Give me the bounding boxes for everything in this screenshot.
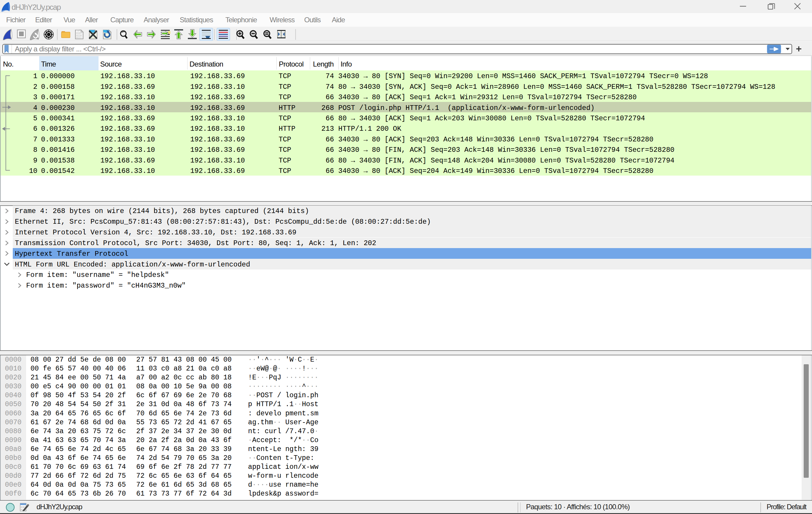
svg-text:0111: 0111 — [76, 36, 82, 39]
